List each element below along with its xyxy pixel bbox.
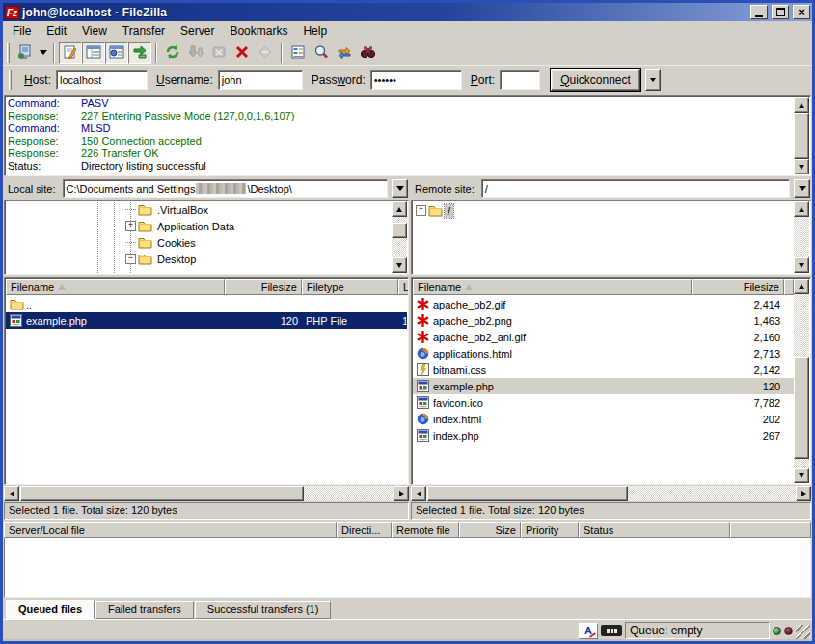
port-input[interactable] [500,70,540,90]
queue-column-size[interactable]: Size [459,522,521,538]
scroll-down-button[interactable] [794,468,809,483]
toggle-remote-tree-button[interactable] [105,42,128,64]
close-button[interactable]: × [793,5,810,19]
toggle-transfer-queue-button[interactable] [128,42,151,64]
local-file-list[interactable]: FilenameFilesizeFiletypeL..example.php12… [4,277,409,485]
menu-view[interactable]: View [74,22,115,40]
local-site-combo[interactable]: C:\Documents and Settings\Desktop\ [63,179,388,198]
scrollbar-thumb[interactable] [427,486,628,501]
toggle-local-tree-button[interactable] [82,42,105,64]
synchronized-browsing-button[interactable] [333,42,356,64]
column-header-filename[interactable]: Filename [6,279,225,295]
scroll-left-button[interactable] [4,486,19,501]
tab-queued-files[interactable]: Queued files [6,600,95,619]
tree-expander-icon[interactable]: + [414,202,428,219]
scroll-up-button[interactable] [794,97,809,113]
queue-column-status[interactable]: Status [579,522,730,538]
remote-directory-tree[interactable]: +/ [411,200,811,275]
tree-item-cookies[interactable]: Cookies [5,234,391,251]
speed-limits-icon[interactable] [601,625,622,636]
toolbar-grip[interactable] [9,70,12,90]
file-row[interactable]: example.php120 [413,378,794,394]
column-header-filetype[interactable]: Filetype [302,279,398,295]
process-queue-button[interactable] [184,42,207,64]
password-input[interactable] [370,70,462,90]
local-tree-vertical-scrollbar[interactable] [392,201,407,273]
queue-body[interactable] [4,538,811,598]
username-input[interactable] [218,70,303,90]
remote-site-combo[interactable]: / [481,179,790,198]
cancel-operation-button[interactable] [207,42,231,64]
column-header-filesize[interactable]: Filesize [225,279,302,295]
scroll-up-button[interactable] [392,201,407,217]
scroll-down-button[interactable] [794,257,809,273]
file-row[interactable]: apache_pb2.png1,463 [413,312,794,329]
remote-list-rows[interactable]: apache_pb2.gif2,414apache_pb2.png1,463ap… [413,295,794,483]
scroll-down-button[interactable] [392,257,407,273]
refresh-file-lists-button[interactable] [161,42,184,64]
menu-help[interactable]: Help [295,22,335,40]
expander-plus-icon[interactable]: + [125,221,136,231]
tree-expander-icon[interactable]: − [123,251,138,267]
tree-item--virtualbox[interactable]: .VirtualBox [5,201,391,218]
quickconnect-dropdown-button[interactable] [645,69,661,91]
menu-file[interactable]: File [5,22,39,40]
scrollbar-thumb[interactable] [20,486,304,501]
scroll-down-button[interactable] [794,159,809,174]
local-horizontal-scrollbar[interactable] [4,486,409,501]
column-header-filesize[interactable]: Filesize [692,279,784,295]
open-site-manager-dropdown-button[interactable] [37,42,49,64]
scroll-left-button[interactable] [411,486,426,501]
file-row[interactable]: index.html202 [413,411,794,427]
file-row[interactable]: bitnami.css2,142 [413,362,794,378]
directory-comparison-button[interactable] [310,42,333,64]
local-directory-tree[interactable]: .VirtualBox+Application DataCookies−Desk… [4,200,409,275]
minimize-button[interactable] [750,5,768,19]
file-row[interactable]: applications.html2,713 [413,345,794,362]
scrollbar-thumb[interactable] [392,223,407,238]
column-header-filename[interactable]: Filename [413,279,692,295]
toggle-message-log-button[interactable] [59,42,82,64]
scroll-up-button[interactable] [794,201,809,217]
quickconnect-button[interactable]: Quickconnect [551,69,640,91]
tab-failed-transfers[interactable]: Failed transfers [95,601,194,619]
toolbar-grip[interactable] [7,43,10,63]
transfer-type-indicator-icon[interactable]: A [579,623,598,639]
abort-transfers-button[interactable] [254,42,277,64]
file-row[interactable]: .. [6,296,407,312]
file-row[interactable]: apache_pb2_ani.gif2,160 [413,329,794,345]
expander-plus-icon[interactable]: + [416,205,426,216]
file-row[interactable]: favicon.ico7,782 [413,394,794,411]
remote-file-list[interactable]: FilenameFilesizeapache_pb2.gif2,414apach… [411,277,811,485]
scroll-right-button[interactable] [394,486,409,501]
local-list-rows[interactable]: ..example.php120PHP File1 [6,295,407,483]
expander-minus-icon[interactable]: − [125,254,136,264]
tree-item-application-data[interactable]: +Application Data [5,218,391,234]
scroll-up-button[interactable] [794,279,809,294]
log-vertical-scrollbar[interactable] [794,97,809,174]
directory-listing-filters-button[interactable] [286,42,310,64]
file-row[interactable]: index.php267 [413,427,794,443]
title-bar[interactable]: Fz john@localhost - FileZilla × [3,3,812,21]
scrollbar-thumb[interactable] [794,113,809,159]
queue-column-directi-[interactable]: Directi... [337,522,392,538]
local-site-dropdown-button[interactable] [392,179,408,198]
message-log[interactable]: Command:PASVResponse:227 Entering Passiv… [4,95,811,176]
tree-expander-icon[interactable]: + [123,218,138,234]
scroll-right-button[interactable] [796,486,811,501]
open-site-manager-button[interactable] [14,42,37,64]
file-row[interactable]: example.php120PHP File1 [6,312,407,329]
disconnect-button[interactable] [231,42,254,64]
column-header-l[interactable]: L [398,279,409,295]
scrollbar-thumb[interactable] [794,357,809,459]
maximize-button[interactable] [772,5,789,19]
tree-item--[interactable]: +/ [414,202,793,219]
menu-transfer[interactable]: Transfer [115,22,173,40]
queue-column-priority[interactable]: Priority [521,522,579,538]
tab-successful-transfers-1-[interactable]: Successful transfers (1) [195,601,332,619]
queue-column-remote-file[interactable]: Remote file [392,522,459,538]
menu-bookmarks[interactable]: Bookmarks [222,22,295,40]
file-row[interactable]: apache_pb2.gif2,414 [413,296,794,312]
remote-site-dropdown-button[interactable] [794,179,810,198]
remote-horizontal-scrollbar[interactable] [411,486,811,501]
